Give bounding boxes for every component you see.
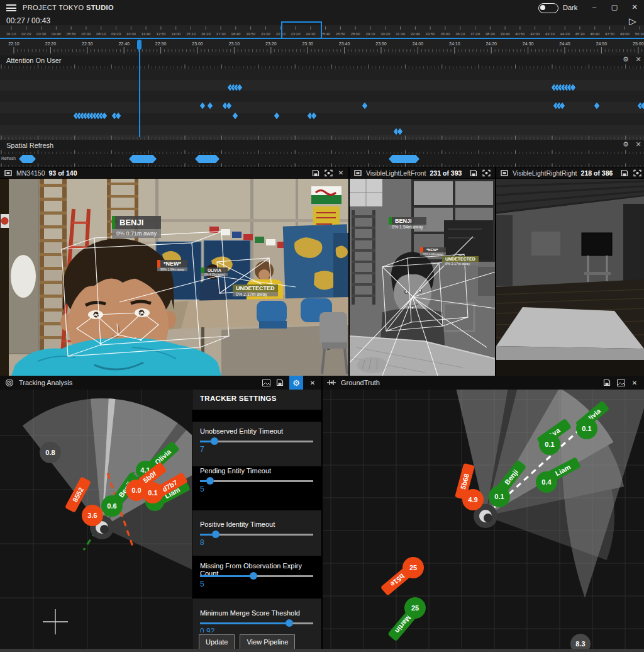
overview-tick-label: 45:30 — [575, 32, 586, 36]
attention-event-marker[interactable] — [115, 112, 121, 120]
attention-event-marker[interactable] — [199, 102, 205, 110]
setting-label: Pending Entity Timeout — [200, 467, 319, 475]
setting-slider[interactable] — [200, 534, 313, 536]
attention-event-marker[interactable] — [232, 112, 238, 120]
timeline-detail-ruler[interactable]: 22:1022:2022:3022:4022:5023:0023:1023:20… — [0, 38, 644, 55]
view-pipeline-button[interactable]: View Pipeline — [240, 634, 295, 649]
detail-tick-label: 24:00 — [413, 42, 424, 46]
detection-label-new[interactable]: *NEW*99% 1.04m away — [420, 247, 446, 256]
tracking-entity-score[interactable]: 0.1 — [142, 482, 164, 503]
slider-thumb[interactable] — [286, 619, 293, 627]
setting-slider[interactable] — [200, 441, 313, 442]
setting-slider[interactable] — [200, 575, 313, 577]
attention-event-marker[interactable] — [311, 112, 316, 120]
attention-event-marker[interactable] — [397, 128, 402, 135]
detection-distance: 0% 0.71m away — [112, 229, 161, 238]
detail-tick-label: 22:10 — [8, 42, 19, 46]
save-icon[interactable] — [469, 169, 478, 177]
detail-tick-label: 24:40 — [559, 42, 570, 46]
detection-label-undetected[interactable]: UNDETECTED0% 2.17m away — [442, 256, 479, 266]
video-frame[interactable]: BENJI0% 1.54m away*NEW*99% 1.04m awayUND… — [350, 179, 496, 376]
detection-distance: 0% 4.15m away — [201, 273, 228, 276]
video-frame[interactable]: BENJI0% 0.71m away*NEW*99% 1.04m awayOLI… — [0, 179, 349, 376]
slider-thumb[interactable] — [212, 531, 219, 538]
spatial-refresh-marker[interactable] — [195, 155, 219, 163]
overview-tick-label: 43:10 — [545, 32, 555, 36]
face-detect-icon[interactable] — [633, 169, 641, 177]
setting-slider[interactable] — [200, 622, 313, 624]
groundtruth-entity-score[interactable]: 0.4 — [536, 471, 557, 493]
detection-label-undetected[interactable]: UNDETECTED0% 2.17m away — [233, 284, 278, 296]
face-detect-icon[interactable] — [482, 169, 491, 177]
video-frame[interactable] — [496, 179, 644, 376]
overview-tick-label: 03:30 — [36, 32, 47, 36]
setting-value: 5 — [200, 580, 204, 588]
image-export-icon[interactable] — [262, 378, 270, 387]
groundtruth-entity-score[interactable]: 0.1 — [539, 434, 560, 455]
hamburger-menu-icon[interactable] — [6, 4, 16, 11]
close-icon[interactable]: ✕ — [630, 378, 639, 387]
overview-tick-label: 49:00 — [620, 32, 630, 36]
spatial-refresh-marker[interactable] — [129, 155, 157, 163]
maximize-button[interactable]: ▢ — [608, 1, 621, 13]
close-icon[interactable]: ✕ — [336, 169, 345, 177]
save-icon[interactable] — [602, 378, 611, 387]
classroom-scene — [0, 179, 349, 376]
overview-tick-label: 16:20 — [201, 32, 211, 36]
groundtruth-canvas[interactable]: 5b684.9Benji0.1Ava0.1Olivia0.1Liam0.4b51… — [322, 390, 644, 652]
detection-label-benji[interactable]: BENJI0% 1.54m away — [389, 217, 426, 229]
spatial-close-icon[interactable]: ✕ — [634, 140, 643, 149]
save-icon[interactable] — [620, 169, 629, 177]
attention-event-marker[interactable] — [226, 102, 231, 110]
close-button[interactable]: ✕ — [628, 1, 641, 13]
setting-slider[interactable] — [200, 480, 313, 482]
detection-distance: 99% 1.04m away — [157, 267, 187, 271]
timeline-selection-box[interactable] — [281, 21, 322, 40]
detection-name: UNDETECTED — [233, 284, 278, 292]
overview-tick-label: 12:50 — [156, 32, 166, 36]
attention-close-icon[interactable]: ✕ — [634, 55, 643, 64]
update-button[interactable]: Update — [199, 634, 235, 649]
detection-label-new[interactable]: *NEW*99% 1.04m away — [157, 260, 187, 271]
attention-event-marker[interactable] — [207, 102, 213, 110]
face-detect-icon[interactable] — [324, 169, 333, 177]
spatial-refresh-marker[interactable] — [389, 155, 419, 163]
attention-event-marker[interactable] — [362, 102, 367, 110]
tracking-entity-score[interactable]: 0.6 — [101, 495, 123, 517]
slider-thumb[interactable] — [250, 572, 257, 580]
image-export-icon[interactable] — [616, 378, 625, 387]
groundtruth-entity-score[interactable]: 25 — [402, 557, 424, 578]
tracker-settings-title: TRACKER SETTINGS — [200, 395, 277, 402]
attention-event-marker[interactable] — [274, 112, 279, 120]
groundtruth-entity-score[interactable]: 25 — [404, 597, 426, 619]
attention-settings-gear-icon[interactable]: ⚙ — [621, 55, 630, 64]
save-icon[interactable] — [275, 378, 284, 387]
detection-label-olivia[interactable]: OLIVIA0% 4.15m away — [201, 267, 228, 276]
close-icon[interactable]: ✕ — [308, 378, 317, 387]
slider-fill — [200, 575, 253, 577]
detection-label-benji[interactable]: BENJI0% 0.71m away — [112, 216, 161, 238]
playhead-handle[interactable] — [137, 40, 142, 50]
spatial-settings-gear-icon[interactable]: ⚙ — [621, 140, 630, 149]
overview-tick-label: 09:20 — [111, 32, 121, 36]
spatial-refresh-marker[interactable] — [19, 155, 36, 163]
theme-toggle[interactable] — [538, 3, 558, 13]
detail-tick-label: 23:20 — [265, 42, 277, 46]
horizontal-scrollbar[interactable] — [0, 649, 644, 652]
attention-event-marker[interactable] — [594, 102, 599, 110]
tracking-entity-score[interactable]: 3.6 — [82, 505, 103, 526]
groundtruth-entity-score[interactable]: 0.1 — [576, 418, 597, 439]
overview-tick-label: 35:00 — [440, 32, 450, 36]
save-icon[interactable] — [311, 169, 320, 177]
groundtruth-entity-score[interactable]: 4.9 — [462, 489, 484, 510]
detection-name: UNDETECTED — [442, 256, 479, 262]
video-title: VisibleLightLeftFront — [366, 169, 426, 177]
settings-gear-icon[interactable]: ⚙ — [289, 376, 303, 390]
groundtruth-entity-score[interactable]: 0.1 — [489, 486, 510, 507]
overview-tick-label: 31:30 — [396, 32, 406, 36]
minimize-button[interactable]: – — [587, 1, 601, 13]
tracking-entity-score[interactable]: 0.8 — [40, 442, 61, 463]
overview-tick-label: 10:30 — [126, 32, 136, 36]
timeline-overview-ruler[interactable]: 01:1002:2003:3004:4005:5007:0008:1009:20… — [0, 25, 644, 38]
slider-thumb[interactable] — [211, 437, 218, 445]
